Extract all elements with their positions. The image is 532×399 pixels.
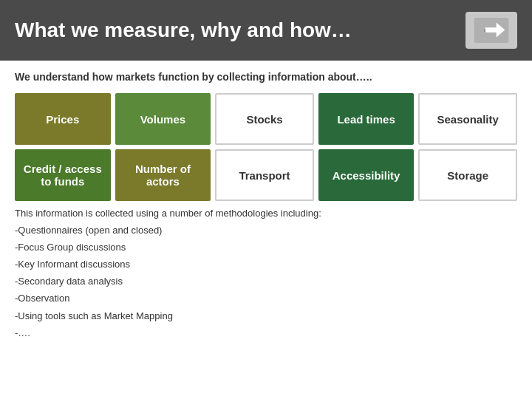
cell-storage: Storage — [418, 149, 517, 201]
info-line: This information is collected using a nu… — [15, 205, 517, 222]
cell-transport: Transport — [215, 149, 314, 201]
info-line: -Observation — [15, 290, 517, 307]
cell-lead-times: Lead times — [318, 93, 415, 145]
cell-volumes: Volumes — [115, 93, 211, 145]
info-line: -Questionnaires (open and closed) — [15, 222, 517, 239]
grid-row-2: Credit / access to funds Number of actor… — [15, 149, 517, 201]
logo: Go.LP — [466, 12, 517, 49]
cell-accessibility: Accessibility — [318, 149, 415, 201]
grid-row-1: Prices Volumes Stocks Lead times Seasona… — [15, 93, 517, 145]
cell-prices: Prices — [15, 93, 111, 145]
svg-rect-4 — [485, 27, 498, 33]
content: We understand how markets function by co… — [0, 61, 532, 352]
info-line: -Secondary data analysis — [15, 273, 517, 290]
cell-stocks: Stocks — [215, 93, 314, 145]
info-section: This information is collected using a nu… — [15, 205, 517, 341]
subtitle-text: We understand how markets function by co… — [15, 71, 517, 83]
info-line: -Focus Group discussions — [15, 239, 517, 256]
header: What we measure, why and how… Go.LP — [0, 0, 532, 61]
page-title: What we measure, why and how… — [15, 18, 352, 42]
cell-actors: Number of actors — [115, 149, 211, 201]
info-line: -Key Informant discussions — [15, 256, 517, 273]
cell-credit: Credit / access to funds — [15, 149, 111, 201]
info-line: -…. — [15, 325, 517, 341]
cell-seasonality: Seasonality — [418, 93, 517, 145]
info-line: -Using tools such as Market Mapping — [15, 308, 517, 324]
